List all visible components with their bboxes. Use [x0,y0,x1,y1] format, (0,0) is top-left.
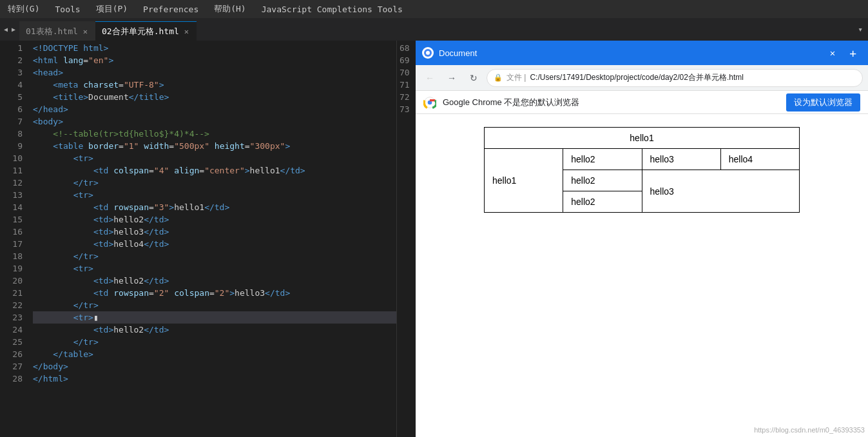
code-line-17: <td>hello4</td> [33,238,396,250]
table-cell-hello1-header: hello1 [485,128,800,149]
table-row-2: hello1 hello2 hello3 hello4 [485,149,800,170]
table-cell-hello2-r4: hello2 [563,191,642,213]
menu-js-completions[interactable]: JavaScript Completions Tools [259,3,405,15]
address-url: C:/Users/17491/Desktop/project/code/day2… [530,72,743,83]
code-area: 1 2 3 4 5 6 7 8 9 10 11 12 13 14 15 16 1… [0,41,416,437]
code-line-3: <head> [33,66,396,79]
menu-bar: 转到(G) Tools 项目(P) Preferences 帮助(H) Java… [0,0,868,18]
browser-forward-btn[interactable]: → [443,69,461,87]
table-cell-hello3-r2: hello3 [642,149,720,170]
code-line-26: </table> [33,348,396,360]
code-line-10: <tr> [33,152,396,164]
browser-close-btn[interactable]: ✕ [826,46,839,59]
address-lock-icon: 🔒 [494,73,503,82]
code-line-21: <td rowspan="2" colspan="2">hello3</td> [33,287,396,299]
table-cell-hello2-r3: hello2 [563,170,642,191]
code-line-9: <table border="1" width="500px" height="… [33,140,396,152]
line-numbers: 1 2 3 4 5 6 7 8 9 10 11 12 13 14 15 16 1… [0,41,29,437]
browser-reload-btn[interactable]: ↻ [465,69,483,87]
browser-favicon [422,47,434,59]
browser-notification: Google Chrome 不是您的默认浏览器 设为默认浏览器 [416,91,868,114]
editor-container: 1 2 3 4 5 6 7 8 9 10 11 12 13 14 15 16 1… [0,41,416,437]
main-area: 1 2 3 4 5 6 7 8 9 10 11 12 13 14 15 16 1… [0,41,868,437]
code-line-28: </html> [33,373,396,385]
notification-text: Google Chrome 不是您的默认浏览器 [443,97,780,108]
table-cell-hello2-r2: hello2 [563,149,642,170]
tab-01-label: 01表格.html [26,26,78,37]
tab-01-close[interactable]: ✕ [82,26,89,37]
tab-02-label: 02合并单元格.html [102,26,179,37]
browser-back-btn[interactable]: ← [421,69,439,87]
code-line-8: <!--table(tr>td{hello$}*4)*4--> [33,128,396,140]
code-line-14: <td rowspan="3">hello1</td> [33,201,396,213]
tab-dropdown[interactable]: ▾ [853,18,868,41]
menu-project[interactable]: 项目(P) [93,2,130,16]
code-line-19: <tr> [33,262,396,275]
tab-bar: ◀ ▶ 01表格.html ✕ 02合并单元格.html ✕ ▾ [0,18,868,41]
browser-title: Document [439,48,821,58]
set-default-browser-btn[interactable]: 设为默认浏览器 [786,93,860,112]
svg-point-1 [426,51,430,55]
menu-tools[interactable]: Tools [52,3,82,15]
code-line-2: <html lang="en"> [33,54,396,66]
chrome-logo-icon [423,96,436,109]
code-line-13: <tr> [33,189,396,201]
table-cell-hello4-r2: hello4 [720,149,799,170]
code-line-23: <tr>▮ [33,311,396,324]
address-bar[interactable]: 🔒 文件 | C:/Users/17491/Desktop/project/co… [487,69,863,87]
chrome-favicon-icon [423,48,432,57]
code-line-7: <body> [33,115,396,128]
watermark: https://blog.csdn.net/m0_46393353 [754,426,865,434]
menu-goto[interactable]: 转到(G) [5,2,42,16]
browser-panel: Document ✕ + ← → ↻ 🔒 文件 | C:/Users/17491… [416,41,868,437]
browser-toolbar: ← → ↻ 🔒 文件 | C:/Users/17491/Desktop/proj… [416,65,868,91]
code-line-11: <td colspan="4" align="center">hello1</t… [33,164,396,177]
address-file-label: 文件 | [506,72,526,83]
menu-help[interactable]: 帮助(H) [211,2,248,16]
code-line-24: <td>hello2</td> [33,324,396,336]
tab-01[interactable]: 01表格.html ✕ [19,21,95,41]
rendered-table: hello1 hello1 hello2 hello3 hello4 hello… [484,127,800,213]
browser-new-tab-btn[interactable]: + [844,45,862,61]
tab-02-close[interactable]: ✕ [183,26,190,37]
tab-nav-right[interactable]: ▶ [10,24,17,34]
code-line-22: </tr> [33,299,396,311]
code-line-5: <title>Document</title> [33,91,396,103]
menu-preferences[interactable]: Preferences [140,3,201,15]
code-line-15: <td>hello2</td> [33,213,396,226]
browser-titlebar: Document ✕ + [416,41,868,65]
code-line-18: </tr> [33,250,396,262]
rendered-html-content: hello1 hello1 hello2 hello3 hello4 hello… [471,114,813,226]
table-cell-hello3-r3: hello3 [642,170,800,213]
tab-nav-left[interactable]: ◀ [3,24,9,34]
code-line-16: <td>hello3</td> [33,226,396,238]
code-line-20: <td>hello2</td> [33,275,396,287]
code-line-12: </tr> [33,177,396,189]
code-content[interactable]: <!DOCTYPE html> <html lang="en"> <head> … [29,41,396,437]
table-cell-hello1-left: hello1 [485,149,563,213]
code-line-25: </tr> [33,336,396,348]
code-line-1: <!DOCTYPE html> [33,42,396,54]
code-line-4: <meta charset="UTF-8"> [33,79,396,91]
browser-content: hello1 hello1 hello2 hello3 hello4 hello… [416,114,868,437]
table-row-1: hello1 [485,128,800,149]
right-gutter: 68 69 70 71 72 73 [396,41,416,437]
code-line-27: </body> [33,360,396,373]
tab-nav-arrows: ◀ ▶ [0,18,19,41]
tab-02[interactable]: 02合并单元格.html ✕ [95,21,197,41]
code-line-6: </head> [33,103,396,115]
